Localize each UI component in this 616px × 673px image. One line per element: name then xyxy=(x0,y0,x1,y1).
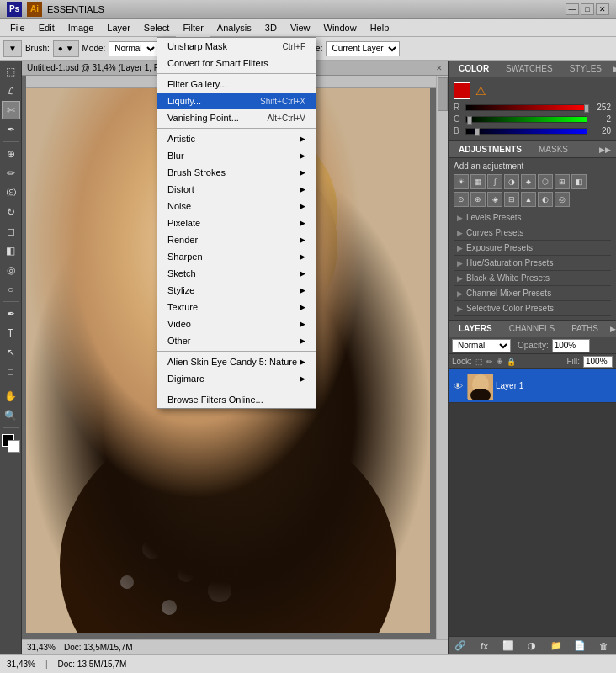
menu-edit[interactable]: Edit xyxy=(32,19,61,37)
menu-image[interactable]: Image xyxy=(61,19,101,37)
filter-sketch[interactable]: Sketch ▶ xyxy=(157,265,316,282)
close-button[interactable]: ✕ xyxy=(596,3,609,15)
filter-convert-smart[interactable]: Convert for Smart Filters xyxy=(157,55,316,72)
adj-color-balance-btn[interactable]: ⊞ xyxy=(555,174,570,189)
tool-shape[interactable]: □ xyxy=(2,363,20,381)
menu-3d[interactable]: 3D xyxy=(258,19,284,37)
r-slider-track[interactable] xyxy=(465,104,587,111)
adj-photo-filter-btn[interactable]: ⊙ xyxy=(454,192,469,207)
tool-crop[interactable]: ✄ xyxy=(2,101,20,119)
color-tab[interactable]: COLOR xyxy=(454,62,494,75)
filter-other[interactable]: Other ▶ xyxy=(157,332,316,349)
background-color[interactable] xyxy=(8,440,20,453)
filter-stylize[interactable]: Stylize ▶ xyxy=(157,282,316,299)
filter-unsharp[interactable]: Unsharp Mask Ctrl+F xyxy=(157,38,316,55)
channels-tab[interactable]: CHANNELS xyxy=(504,322,560,335)
preset-exposure[interactable]: ▶ Exposure Presets xyxy=(454,241,611,256)
tool-rectangle-marquee[interactable]: ⬚ xyxy=(2,62,20,81)
preset-bw[interactable]: ▶ Black & White Presets xyxy=(454,271,611,286)
brush-selector[interactable]: ● ▼ xyxy=(53,40,79,57)
tool-hand[interactable]: ✋ xyxy=(2,387,20,405)
g-slider-track[interactable] xyxy=(465,116,587,123)
tool-type[interactable]: T xyxy=(2,324,20,342)
menu-help[interactable]: Help xyxy=(364,19,396,37)
menu-view[interactable]: View xyxy=(284,19,317,37)
opacity-input[interactable] xyxy=(552,339,590,352)
layer-delete-btn[interactable]: 🗑 xyxy=(597,639,612,653)
filter-render[interactable]: Render ▶ xyxy=(157,231,316,248)
preset-channel-mixer[interactable]: ▶ Channel Mixer Presets xyxy=(454,286,611,301)
filter-vanishing-point[interactable]: Vanishing Point... Alt+Ctrl+V xyxy=(157,109,316,126)
filter-liquify[interactable]: Liquify... Shift+Ctrl+X xyxy=(157,93,316,109)
lock-move-icon[interactable]: ✙ xyxy=(497,358,503,366)
adj-exposure-btn[interactable]: ◑ xyxy=(504,174,519,189)
tool-eyedropper[interactable]: ✒ xyxy=(2,120,20,139)
filter-distort[interactable]: Distort ▶ xyxy=(157,181,316,198)
filter-brush-strokes[interactable]: Brush Strokes ▶ xyxy=(157,164,316,181)
adj-bw-btn[interactable]: ◧ xyxy=(571,174,587,189)
color-box[interactable] xyxy=(2,434,20,453)
filter-browse-online[interactable]: Browse Filters Online... xyxy=(157,391,316,408)
canvas-close-btn[interactable]: ✕ xyxy=(436,64,443,72)
preset-levels[interactable]: ▶ Levels Presets xyxy=(454,210,611,225)
swatches-tab[interactable]: SWATCHES xyxy=(501,62,558,75)
adj-levels-btn[interactable]: ▦ xyxy=(470,174,486,189)
sample-select[interactable]: Current Layer xyxy=(326,41,400,56)
mode-select[interactable]: Normal xyxy=(109,41,158,56)
paths-tab[interactable]: PATHS xyxy=(566,322,603,335)
menu-layer[interactable]: Layer xyxy=(100,19,137,37)
lock-transparency-icon[interactable]: ⬚ xyxy=(475,358,483,366)
tool-blur[interactable]: ◎ xyxy=(2,261,20,279)
tool-spot-healing[interactable]: ⊕ xyxy=(2,145,20,163)
filter-artistic[interactable]: Artistic ▶ xyxy=(157,130,316,147)
filter-alien-skin[interactable]: Alien Skin Eye Candy 5: Nature ▶ xyxy=(157,353,316,370)
tool-clone-stamp[interactable]: 🄢 xyxy=(2,183,20,202)
color-swatch-fg[interactable] xyxy=(454,82,470,99)
filter-texture[interactable]: Texture ▶ xyxy=(157,299,316,315)
styles-tab[interactable]: STYLES xyxy=(565,62,607,75)
layer-new-btn[interactable]: 📄 xyxy=(572,639,587,653)
tool-history-brush[interactable]: ↻ xyxy=(2,203,20,221)
canvas-scroll-v[interactable] xyxy=(436,76,448,643)
tool-eraser[interactable]: ◻ xyxy=(2,222,20,241)
layer-visibility-icon[interactable]: 👁 xyxy=(452,380,464,392)
adj-posterize-btn[interactable]: ⊟ xyxy=(504,192,519,207)
tool-dodge[interactable]: ○ xyxy=(2,280,20,299)
adj-threshold-btn[interactable]: ▲ xyxy=(521,192,536,207)
adj-vibrance-btn[interactable]: ♣ xyxy=(521,174,536,189)
filter-pixelate[interactable]: Pixelate ▶ xyxy=(157,215,316,231)
layer-style-btn[interactable]: fx xyxy=(477,639,492,653)
filter-noise[interactable]: Noise ▶ xyxy=(157,198,316,215)
blend-mode-select[interactable]: Normal xyxy=(452,339,511,352)
fill-input[interactable] xyxy=(583,356,613,368)
filter-blur[interactable]: Blur ▶ xyxy=(157,147,316,164)
preset-curves[interactable]: ▶ Curves Presets xyxy=(454,225,611,241)
tool-preset-btn[interactable]: ▼ xyxy=(3,40,22,57)
tool-path-selection[interactable]: ↖ xyxy=(2,343,20,362)
filter-sharpen[interactable]: Sharpen ▶ xyxy=(157,248,316,265)
filter-video[interactable]: Video ▶ xyxy=(157,315,316,332)
minimize-button[interactable]: — xyxy=(566,3,579,15)
tool-zoom[interactable]: 🔍 xyxy=(2,406,20,425)
layers-tab[interactable]: LAYERS xyxy=(454,322,497,335)
layer-adjustment-btn[interactable]: ◑ xyxy=(524,639,539,653)
filter-digimarc[interactable]: Digimarc ▶ xyxy=(157,370,316,387)
adjustments-tab[interactable]: ADJUSTMENTS xyxy=(454,143,527,156)
layer-group-btn[interactable]: 📁 xyxy=(549,639,564,653)
menu-analysis[interactable]: Analysis xyxy=(210,19,258,37)
title-bar-controls[interactable]: — □ ✕ xyxy=(566,3,609,15)
layer-mask-btn[interactable]: ⬜ xyxy=(501,639,516,653)
tool-lasso[interactable]: 𝓛 xyxy=(2,82,20,100)
tool-brush[interactable]: ✏ xyxy=(2,164,20,183)
tool-gradient[interactable]: ◧ xyxy=(2,241,20,260)
adj-gradient-map-btn[interactable]: ◐ xyxy=(538,192,553,207)
menu-window[interactable]: Window xyxy=(317,19,364,37)
adj-selective-color-btn[interactable]: ◎ xyxy=(555,192,570,207)
menu-file[interactable]: File xyxy=(3,19,32,37)
adj-brightness-btn[interactable]: ☀ xyxy=(454,174,469,189)
b-slider-track[interactable] xyxy=(465,128,587,135)
lock-all-icon[interactable]: 🔒 xyxy=(507,358,516,366)
menu-filter[interactable]: Filter xyxy=(176,19,210,37)
filter-gallery[interactable]: Filter Gallery... xyxy=(157,76,316,93)
maximize-button[interactable]: □ xyxy=(581,3,594,15)
